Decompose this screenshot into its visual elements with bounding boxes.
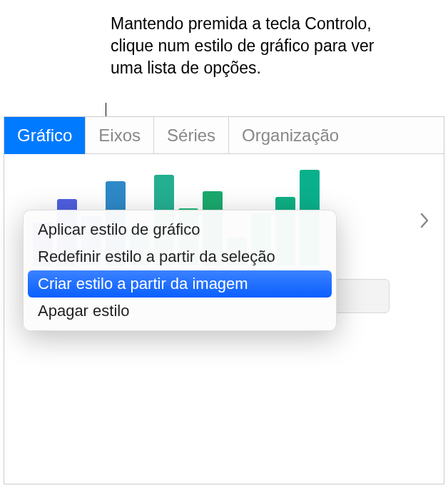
tab-arrange[interactable]: Organização bbox=[229, 117, 352, 154]
inspector-tabs: Gráfico Eixos Séries Organização bbox=[4, 117, 444, 154]
tab-axes[interactable]: Eixos bbox=[86, 117, 154, 154]
context-menu: Aplicar estilo de gráfico Redefinir esti… bbox=[23, 210, 337, 331]
menu-create-style[interactable]: Criar estilo a partir da imagem bbox=[28, 270, 332, 298]
menu-redefine-style[interactable]: Redefinir estilo a partir da seleção bbox=[28, 243, 332, 270]
tab-chart[interactable]: Gráfico bbox=[4, 117, 86, 154]
chevron-right-icon bbox=[419, 213, 429, 231]
chart-styles-label: Estilos de gráfico bbox=[4, 482, 444, 484]
menu-delete-style[interactable]: Apagar estilo bbox=[28, 298, 332, 325]
tab-series[interactable]: Séries bbox=[154, 117, 229, 154]
styles-next-button[interactable] bbox=[414, 208, 435, 236]
menu-apply-style[interactable]: Aplicar estilo de gráfico bbox=[28, 216, 332, 243]
callout-text: Mantendo premida a tecla Controlo, cliqu… bbox=[111, 13, 382, 79]
